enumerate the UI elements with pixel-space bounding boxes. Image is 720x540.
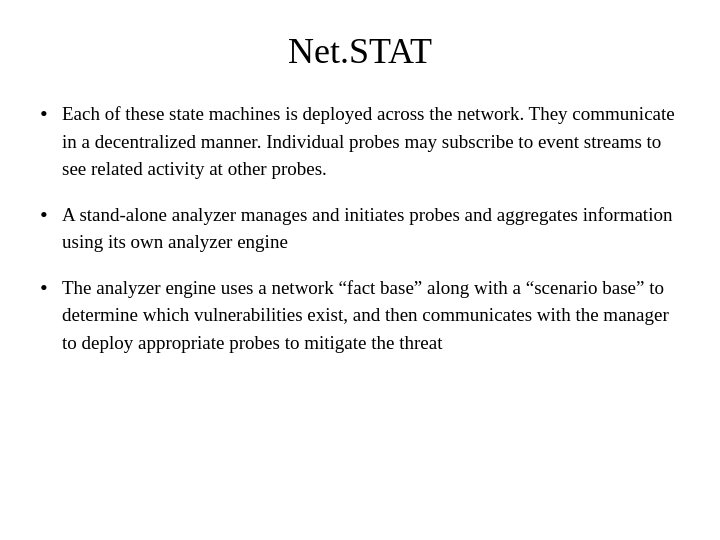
- bullet-list: • Each of these state machines is deploy…: [40, 100, 680, 356]
- list-item-2: • A stand-alone analyzer manages and ini…: [40, 201, 680, 256]
- content-area: • Each of these state machines is deploy…: [40, 100, 680, 374]
- bullet-text-3: The analyzer engine uses a network “fact…: [62, 274, 680, 357]
- page-title: Net.STAT: [288, 30, 432, 72]
- bullet-symbol-2: •: [40, 199, 62, 231]
- bullet-symbol-3: •: [40, 272, 62, 304]
- bullet-symbol-1: •: [40, 98, 62, 130]
- list-item-3: • The analyzer engine uses a network “fa…: [40, 274, 680, 357]
- list-item-1: • Each of these state machines is deploy…: [40, 100, 680, 183]
- bullet-text-2: A stand-alone analyzer manages and initi…: [62, 201, 680, 256]
- bullet-text-1: Each of these state machines is deployed…: [62, 100, 680, 183]
